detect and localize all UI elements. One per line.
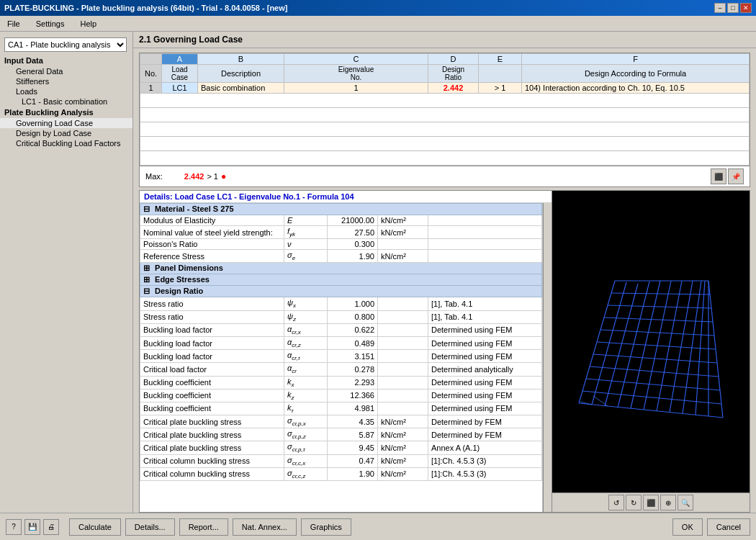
no-subheader: No. [140, 65, 162, 83]
edge-collapse-icon[interactable]: ⊞ [143, 275, 150, 284]
empty-row4 [140, 137, 750, 151]
export-icon-button[interactable]: ⬛ [711, 168, 726, 184]
sidebar-item-loads[interactable]: Loads [0, 86, 132, 96]
calculate-button[interactable]: Calculate [69, 518, 121, 536]
nat-annex-button[interactable]: Nat. Annex... [233, 518, 297, 536]
detail-value: 4.35 [328, 415, 378, 428]
detail-value: 0.800 [328, 310, 378, 323]
design-collapse-icon[interactable]: ⊟ [143, 287, 150, 295]
row-gt1: > 1 [479, 83, 522, 94]
detail-unit: kN/cm² [378, 467, 428, 480]
detail-unit: kN/cm² [378, 441, 428, 454]
detail-note [428, 226, 542, 239]
col-f-header: F [522, 54, 750, 65]
description-subheader: Description [198, 65, 284, 83]
detail-value: 2.293 [328, 376, 378, 389]
e-subheader [479, 65, 522, 83]
menu-settings[interactable]: Settings [32, 18, 69, 30]
detail-label: Stress ratio [140, 297, 284, 310]
detail-row-sigmacrccz: Critical column buckling stress σcr,c,z … [140, 467, 542, 480]
design-ratio-label: Design Ratio [155, 287, 203, 295]
detail-label: Critical load factor [140, 363, 284, 376]
detail-row-stressratio-x: Stress ratio ψx 1.000 [1], Tab. 4.1 [140, 297, 542, 310]
detail-label: Poisson's Ratio [140, 239, 284, 250]
detail-note: Determined using FEM [428, 376, 542, 389]
row-lc: LC1 [162, 83, 198, 94]
detail-symbol: σcr,c,z [284, 467, 328, 480]
minimize-button[interactable]: – [714, 3, 726, 13]
collapse-icon[interactable]: ⊟ [143, 204, 150, 213]
detail-row-critical-load: Critical load factor αcr 0.278 Determine… [140, 363, 542, 376]
sidebar-item-lc1[interactable]: LC1 - Basic combination [0, 96, 132, 107]
sidebar-item-stiffeners[interactable]: Stiffeners [0, 76, 132, 86]
cancel-button[interactable]: Cancel [707, 518, 750, 536]
empty-row2 [140, 108, 750, 122]
sidebar-item-design-load[interactable]: Design by Load Case [0, 128, 132, 138]
detail-label: Nominal value of steel yield strength: [140, 226, 284, 239]
detail-value: 0.278 [328, 363, 378, 376]
title-bar-buttons: – □ ✕ [714, 3, 752, 13]
detail-value: 12.366 [328, 389, 378, 402]
menu-help[interactable]: Help [76, 18, 101, 30]
3d-reset-button[interactable]: ⬛ [643, 495, 659, 510]
bottom-left-icon-group: ? 💾 🖨 [6, 519, 59, 535]
close-button[interactable]: ✕ [740, 3, 752, 13]
3d-toolbar: ↺ ↻ ⬛ ⊕ 🔍 [552, 492, 750, 512]
details-button[interactable]: Details... [125, 518, 175, 536]
details-scrollbar[interactable] [543, 203, 552, 512]
report-button[interactable]: Report... [179, 518, 228, 536]
empty-row [140, 94, 750, 108]
detail-note: Determined using FEM [428, 323, 542, 336]
col-c-header: C [284, 54, 428, 65]
max-gt1: > 1 [207, 172, 218, 181]
details-table: ⊟ Material - Steel S 275 Modulus of Elas… [140, 203, 542, 481]
warning-icon: ● [221, 171, 226, 181]
ok-button[interactable]: OK [672, 518, 703, 536]
col-a-header: A [162, 54, 198, 65]
3d-zoom-button[interactable]: 🔍 [678, 495, 693, 510]
print-icon-button[interactable]: 🖨 [43, 519, 59, 535]
main-table-area: A B C D E F No. LoadCase Description Eig… [139, 53, 750, 166]
sidebar-item-critical-buckling[interactable]: Critical Buckling Load Factors [0, 138, 132, 148]
3d-center-button[interactable]: ⊕ [660, 495, 676, 510]
row-ratio: 2.442 [428, 83, 479, 94]
svg-rect-0 [557, 238, 744, 446]
detail-label: Stress ratio [140, 310, 284, 323]
maximize-button[interactable]: □ [727, 3, 739, 13]
sidebar-item-general-data[interactable]: General Data [0, 66, 132, 76]
detail-note [428, 250, 542, 263]
pin-icon-button[interactable]: 📌 [728, 168, 744, 184]
detail-unit [378, 336, 428, 349]
menu-file[interactable]: File [3, 18, 24, 30]
detail-row-refstress: Reference Stress σe 1.90 kN/cm² [140, 250, 542, 263]
help-icon-button[interactable]: ? [6, 519, 22, 535]
detail-unit [378, 402, 428, 415]
formula-subheader: Design According to Formula [522, 65, 750, 83]
3d-canvas [552, 191, 750, 492]
detail-value: 1.90 [328, 467, 378, 480]
menu-bar: File Settings Help [0, 16, 756, 32]
detail-note [428, 239, 542, 250]
detail-note: Determined using FEM [428, 402, 542, 415]
detail-symbol: E [284, 215, 328, 226]
detail-label: Critical column buckling stress [140, 467, 284, 480]
detail-label: Buckling load factor [140, 323, 284, 336]
table-row[interactable]: 1 LC1 Basic combination 1 2.442 > 1 104)… [140, 83, 750, 94]
analysis-dropdown[interactable]: CA1 - Plate buckling analysis [4, 37, 127, 52]
graphics-button[interactable]: Graphics [301, 518, 351, 536]
detail-value: 1.000 [328, 297, 378, 310]
detail-symbol: ψz [284, 310, 328, 323]
detail-note: Determined using FEM [428, 336, 542, 349]
detail-row-poisson: Poisson's Ratio ν 0.300 [140, 239, 542, 250]
sidebar-section-buckling: Plate Buckling Analysis [0, 107, 132, 118]
3d-rotate-right-button[interactable]: ↻ [626, 495, 642, 510]
save-icon-button[interactable]: 💾 [24, 519, 40, 535]
detail-row-stressratio-z: Stress ratio ψz 0.800 [1], Tab. 4.1 [140, 310, 542, 323]
row-formula: 104) Interaction according to Ch. 10, Eq… [522, 83, 750, 94]
sidebar-item-governing-load[interactable]: Governing Load Case [0, 118, 132, 128]
3d-rotate-left-button[interactable]: ↺ [608, 495, 624, 510]
design-ratio-section-header: ⊟ Design Ratio [140, 286, 542, 297]
detail-label: Buckling load factor [140, 350, 284, 363]
detail-row-sigmacrpx: Critical plate buckling stress σcr,p,x 4… [140, 415, 542, 428]
panel-collapse-icon[interactable]: ⊞ [143, 264, 150, 272]
